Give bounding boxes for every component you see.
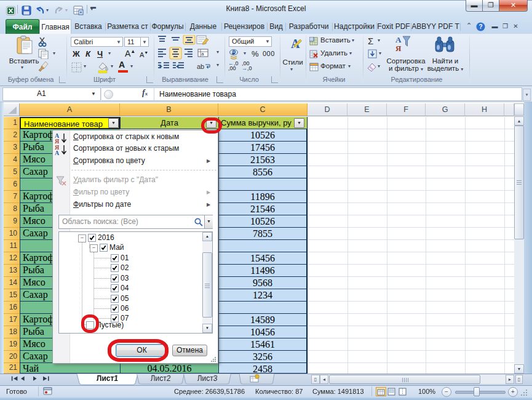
svg-text:Я: Я: [55, 138, 60, 144]
svg-text:ab: ab: [197, 63, 204, 70]
svg-text:₽: ₽: [232, 50, 236, 56]
svg-text:А: А: [395, 35, 402, 44]
svg-text:А: А: [55, 150, 60, 156]
svg-text:?: ?: [478, 23, 482, 30]
svg-text:a: a: [201, 51, 204, 57]
svg-text:Я: Я: [395, 44, 402, 53]
